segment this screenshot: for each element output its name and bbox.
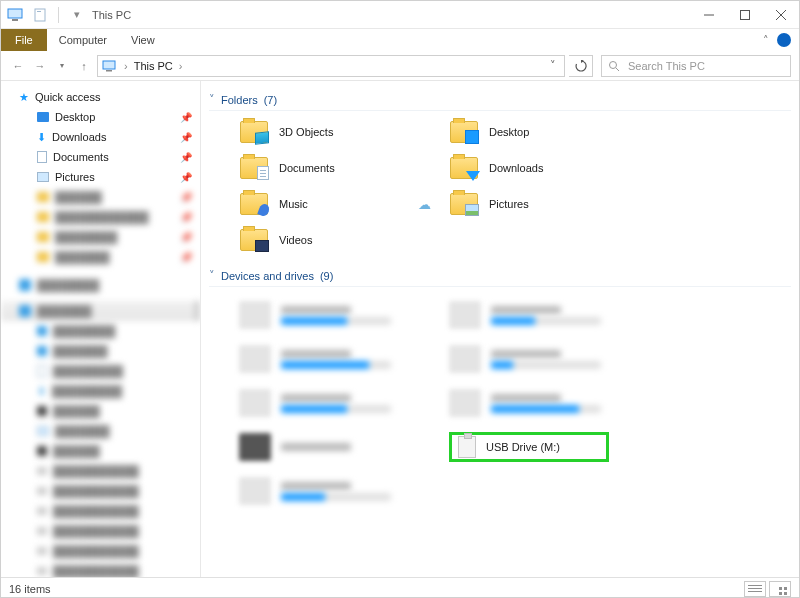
svg-rect-5: [741, 10, 750, 19]
address-history-dropdown[interactable]: ˅: [546, 59, 560, 72]
breadcrumb-separator[interactable]: ›: [124, 60, 128, 72]
nav-pictures[interactable]: Pictures 📌: [1, 167, 200, 187]
pin-icon: 📌: [180, 172, 192, 183]
nav-item-blurred[interactable]: ██████: [1, 401, 200, 421]
folder-downloads[interactable]: Downloads: [449, 153, 649, 183]
separator: [58, 7, 59, 23]
folder-desktop[interactable]: Desktop: [449, 117, 649, 147]
drive-item-blurred[interactable]: [449, 293, 649, 337]
pictures-icon: [37, 172, 49, 182]
nav-item-blurred[interactable]: ██████: [1, 441, 200, 461]
nav-item-blurred[interactable]: ███████████: [1, 521, 200, 541]
drive-item-blurred[interactable]: [239, 381, 439, 425]
nav-item-blurred[interactable]: ███████████: [1, 561, 200, 577]
svg-line-11: [616, 68, 619, 71]
minimize-button[interactable]: [691, 3, 727, 27]
folder-videos[interactable]: Videos: [239, 225, 439, 255]
nav-item-blurred[interactable]: ███████████: [1, 461, 200, 481]
section-header-drives[interactable]: ˅ Devices and drives (9): [209, 265, 791, 287]
nav-documents[interactable]: Documents 📌: [1, 147, 200, 167]
nav-item-blurred[interactable]: ███████📌: [1, 247, 200, 267]
document-icon: [37, 151, 47, 163]
folder-music[interactable]: Music ☁: [239, 189, 439, 219]
nav-item-blurred[interactable]: ███████████: [1, 481, 200, 501]
drive-item-blurred[interactable]: [449, 337, 649, 381]
qat-dropdown-icon[interactable]: ▾: [68, 7, 86, 23]
close-button[interactable]: [763, 3, 799, 27]
computer-icon: [102, 60, 118, 72]
star-icon: ★: [19, 91, 29, 104]
cloud-status-icon: ☁: [418, 197, 431, 212]
folder-pictures[interactable]: Pictures: [449, 189, 649, 219]
help-icon[interactable]: [777, 33, 791, 47]
nav-item-blurred[interactable]: ███████████: [1, 501, 200, 521]
item-label: Documents: [279, 162, 335, 174]
nav-section-blurred[interactable]: ████████: [1, 275, 200, 295]
computer-icon: [7, 7, 25, 23]
search-icon: [608, 60, 620, 72]
properties-icon[interactable]: [31, 7, 49, 23]
view-tiles-button[interactable]: [769, 581, 791, 597]
svg-rect-2: [35, 9, 45, 21]
pin-icon: 📌: [180, 132, 192, 143]
drive-item-blurred[interactable]: [239, 469, 439, 513]
nav-desktop[interactable]: Desktop 📌: [1, 107, 200, 127]
drive-usb-m[interactable]: USB Drive (M:): [449, 432, 609, 462]
drive-item-blurred[interactable]: [449, 381, 649, 425]
title-bar: ▾ This PC: [1, 1, 799, 29]
nav-label: Desktop: [55, 111, 95, 123]
search-input[interactable]: [626, 59, 784, 73]
item-label: Music: [279, 198, 308, 210]
tab-file[interactable]: File: [1, 29, 47, 51]
nav-back-button[interactable]: ←: [9, 57, 27, 75]
nav-item-blurred[interactable]: ██████📌: [1, 187, 200, 207]
item-label: Pictures: [489, 198, 529, 210]
breadcrumb-location[interactable]: This PC: [134, 60, 173, 72]
breadcrumb-separator[interactable]: ›: [179, 60, 183, 72]
item-label: USB Drive (M:): [486, 441, 560, 453]
pin-icon: 📌: [180, 112, 192, 123]
nav-recent-dropdown[interactable]: ▾: [53, 57, 71, 75]
ribbon-collapse-icon[interactable]: ˄: [763, 34, 769, 47]
chevron-down-icon: ˅: [209, 93, 215, 106]
nav-quick-access[interactable]: ★ Quick access: [1, 87, 200, 107]
nav-item-blurred[interactable]: ███████: [1, 421, 200, 441]
svg-point-10: [610, 61, 617, 68]
content-pane: ˅ Folders (7) 3D Objects Desktop Documen…: [201, 81, 799, 577]
nav-forward-button[interactable]: →: [31, 57, 49, 75]
drives-grid: USB Drive (M:): [239, 293, 791, 513]
nav-item-blurred[interactable]: ███████████: [1, 541, 200, 561]
nav-section-selected[interactable]: ███████: [1, 301, 200, 321]
status-bar: 16 items: [1, 577, 799, 598]
view-details-button[interactable]: [744, 581, 766, 597]
address-bar[interactable]: › This PC › ˅: [97, 55, 565, 77]
maximize-button[interactable]: [727, 3, 763, 27]
nav-item-blurred[interactable]: █████████: [1, 361, 200, 381]
nav-item-blurred[interactable]: ████████████📌: [1, 207, 200, 227]
nav-up-button[interactable]: ↑: [75, 57, 93, 75]
drive-item-blurred[interactable]: [239, 425, 439, 469]
folders-grid: 3D Objects Desktop Documents Downloads M…: [239, 117, 791, 255]
folder-3d-objects[interactable]: 3D Objects: [239, 117, 439, 147]
chevron-down-icon: ˅: [209, 269, 215, 282]
nav-item-blurred[interactable]: ⬇█████████: [1, 381, 200, 401]
search-box[interactable]: [601, 55, 791, 77]
svg-rect-1: [12, 19, 18, 21]
desktop-icon: [37, 112, 49, 122]
nav-downloads[interactable]: ⬇ Downloads 📌: [1, 127, 200, 147]
download-icon: ⬇: [37, 131, 46, 144]
drive-item-blurred[interactable]: [239, 337, 439, 381]
svg-rect-8: [103, 61, 115, 69]
drive-item-blurred[interactable]: [239, 293, 439, 337]
folder-documents[interactable]: Documents: [239, 153, 439, 183]
nav-item-blurred[interactable]: ████████📌: [1, 227, 200, 247]
navigation-pane: ★ Quick access Desktop 📌 ⬇ Downloads 📌 D…: [1, 81, 201, 577]
tab-view[interactable]: View: [119, 29, 167, 51]
section-count: (9): [320, 270, 333, 282]
section-header-folders[interactable]: ˅ Folders (7): [209, 89, 791, 111]
nav-item-blurred[interactable]: ███████: [1, 341, 200, 361]
refresh-button[interactable]: [569, 55, 593, 77]
nav-item-blurred[interactable]: ████████: [1, 321, 200, 341]
address-bar-row: ← → ▾ ↑ › This PC › ˅: [1, 51, 799, 81]
tab-computer[interactable]: Computer: [47, 29, 119, 51]
